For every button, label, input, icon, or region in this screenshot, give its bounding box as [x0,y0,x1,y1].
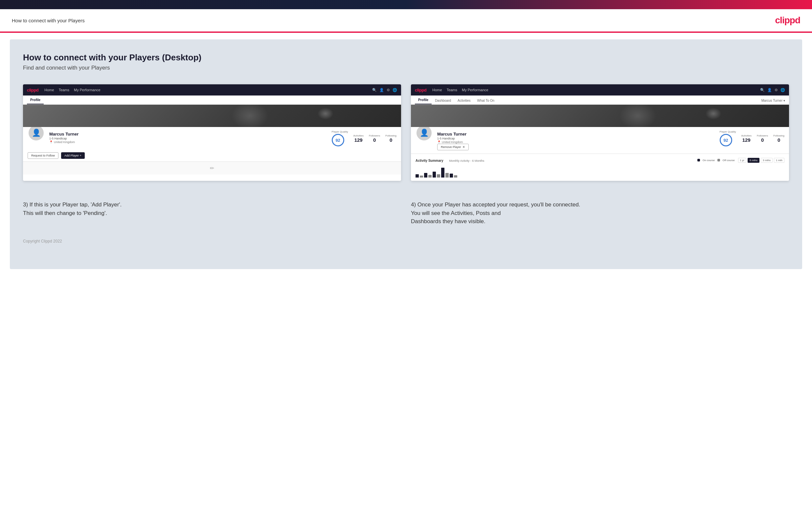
right-nav-logo: clippd [415,88,426,93]
right-app-tabs: Profile Dashboard Activities What To On … [411,96,789,105]
page-subheading: Find and connect with your Players [23,65,789,71]
globe-icon[interactable]: 🌐 [393,88,397,92]
right-location-pin-icon: 📍 [437,140,441,144]
right-player-name: Marcus Turner [437,131,715,136]
right-user-icon[interactable]: 👤 [767,88,772,92]
right-quality-label: Player Quality [720,130,736,133]
bar-6 [437,174,440,177]
screenshots-row: clippd Home Teams My Performance 🔍 👤 ⚙ 🌐… [23,84,789,181]
bar-10 [454,175,457,177]
filter-3mths[interactable]: 3 mths [761,158,773,163]
right-globe-icon[interactable]: 🌐 [780,88,785,92]
settings-icon[interactable]: ⚙ [387,88,390,92]
left-stat-followers: Followers 0 [369,134,380,143]
right-tab-what-to-on[interactable]: What To On [474,97,498,104]
right-nav-home[interactable]: Home [432,88,442,92]
left-followers-value: 0 [369,137,380,143]
left-action-buttons: Request to Follow Add Player + [23,150,401,161]
right-profile-info: Marcus Turner 1-5 Handicap 📍 United King… [437,130,715,150]
right-app-nav: clippd Home Teams My Performance 🔍 👤 ⚙ 🌐 [411,84,789,96]
left-nav-home[interactable]: Home [44,88,54,92]
on-course-label: On course [703,159,715,162]
left-profile-info: Marcus Turner 1-5 Handicap 📍 United King… [49,130,327,144]
remove-player-button[interactable]: Remove Player ✕ [437,144,469,150]
left-stat-activities: Activities 129 [353,134,364,143]
left-activities-value: 129 [353,137,364,143]
filter-1yr[interactable]: 1 yr [738,158,746,163]
bar-2 [420,176,423,177]
right-player-handicap: 1-5 Handicap [437,137,715,140]
right-nav-teams[interactable]: Teams [447,88,457,92]
caption3-text: 3) If this is your Player tap, 'Add Play… [23,201,401,217]
page-heading: How to connect with your Players (Deskto… [23,53,789,63]
bar-3 [424,173,427,177]
right-stat-activities: Activities 129 [741,134,752,143]
left-following-value: 0 [385,137,397,143]
right-tab-profile[interactable]: Profile [415,96,432,104]
left-nav-teams[interactable]: Teams [59,88,69,92]
header-logo: clippd [775,15,800,25]
search-icon[interactable]: 🔍 [372,88,377,92]
bar-4 [428,175,432,177]
right-location-text: United Kingdom [442,140,463,144]
right-nav-icons: 🔍 👤 ⚙ 🌐 [760,88,785,92]
right-stat-following: Following 0 [773,134,784,143]
left-profile-stats: Player Quality 92 Activities 129 Followe… [332,130,397,146]
bar-7 [441,168,445,177]
left-nav-items: Home Teams My Performance [44,88,372,92]
off-course-label: Off course [723,159,735,162]
right-settings-icon[interactable]: ⚙ [774,88,778,92]
right-quality-circle: 92 [720,134,732,146]
right-tab-activities[interactable]: Activities [454,97,474,104]
main-content: How to connect with your Players (Deskto… [10,39,802,269]
right-activities-value: 129 [741,137,752,143]
user-icon[interactable]: 👤 [379,88,384,92]
add-player-button[interactable]: Add Player + [61,152,85,159]
right-followers-value: 0 [757,137,768,143]
right-avatar-icon: 👤 [420,129,429,137]
left-profile-section: 👤 Marcus Turner 1-5 Handicap 📍 United Ki… [23,127,401,150]
on-course-dot [697,159,700,161]
right-following-label: Following [773,134,784,137]
right-quality-value: 92 [723,138,728,143]
screenshot-left: clippd Home Teams My Performance 🔍 👤 ⚙ 🌐… [23,84,401,181]
left-quality-value: 92 [336,138,340,143]
right-following-value: 0 [773,137,784,143]
request-to-follow-button[interactable]: Request to Follow [28,152,58,159]
top-bar [0,0,812,9]
left-location-text: United Kingdom [54,140,75,144]
right-nav-performance[interactable]: My Performance [462,88,489,92]
filter-1mth[interactable]: 1 mth [774,158,784,163]
activity-bar-chart [415,166,784,177]
right-banner [411,105,789,127]
footer-area: Copyright Clippd 2022 [23,239,789,243]
right-profile-section: 👤 Marcus Turner 1-5 Handicap 📍 United Ki… [411,127,789,154]
right-nav-items: Home Teams My Performance [432,88,760,92]
right-search-icon[interactable]: 🔍 [760,88,765,92]
left-tab-profile[interactable]: Profile [27,96,44,104]
screenshot-right: clippd Home Teams My Performance 🔍 👤 ⚙ 🌐… [411,84,789,181]
activity-title-group: Activity Summary Monthly Activity - 6 Mo… [415,157,484,163]
left-nav-performance[interactable]: My Performance [74,88,101,92]
avatar-icon: 👤 [32,129,41,137]
left-nav-logo: clippd [27,88,39,93]
bar-1 [415,174,419,177]
left-quality-label: Player Quality [332,130,348,133]
left-nav-icons: 🔍 👤 ⚙ 🌐 [372,88,397,92]
left-followers-label: Followers [369,134,380,137]
caption-right: 4) Once your Player has accepted your re… [411,191,789,229]
bar-9 [450,174,453,177]
left-following-label: Following [385,134,397,137]
left-app-nav: clippd Home Teams My Performance 🔍 👤 ⚙ 🌐 [23,84,401,96]
pencil-icon: ✏ [210,165,214,171]
header-divider [0,32,812,33]
header: How to connect with your Players clippd [0,9,812,32]
left-app-tabs: Profile [23,96,401,105]
location-pin-icon: 📍 [49,140,53,144]
bar-5 [433,172,436,177]
right-stat-followers: Followers 0 [757,134,768,143]
right-tab-dashboard[interactable]: Dashboard [432,97,454,104]
right-activity-summary: Activity Summary Monthly Activity - 6 Mo… [411,154,789,181]
player-dropdown[interactable]: Marcus Turner ▾ [761,97,785,104]
filter-6mths[interactable]: 6 mths [748,158,759,163]
